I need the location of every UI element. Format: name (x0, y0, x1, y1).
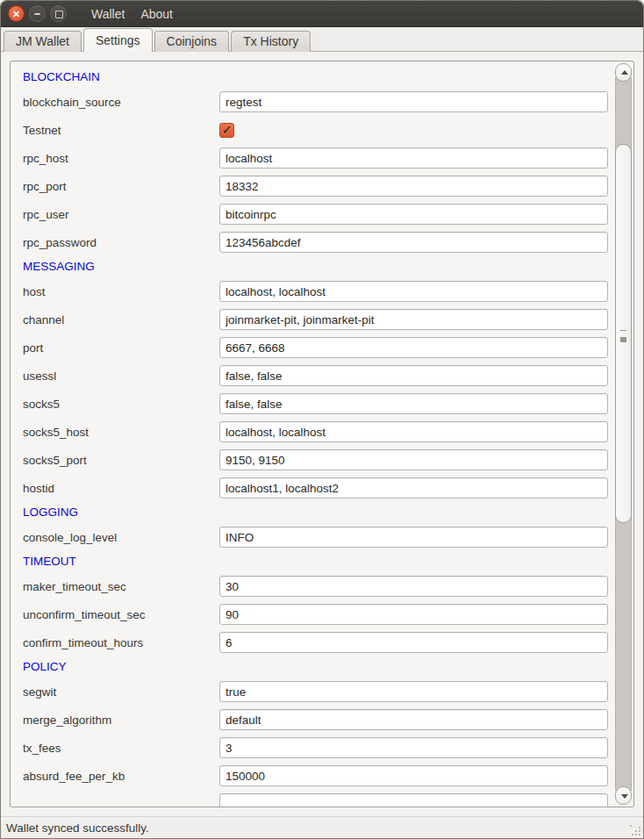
segwit-input[interactable] (219, 681, 608, 702)
field-row-socks5-host: socks5_host (23, 421, 612, 442)
rpc-user-input[interactable] (219, 204, 608, 225)
port-input[interactable] (219, 337, 608, 358)
tab-coinjoins[interactable]: Coinjoins (154, 31, 230, 52)
settings-pane: BLOCKCHAIN blockchain_source Testnet rpc… (1, 52, 643, 816)
field-row-socks5-port: socks5_port (23, 449, 612, 470)
field-row-rpc-host: rpc_host (23, 147, 612, 169)
socks5-host-input[interactable] (219, 421, 608, 442)
tx-fees-input[interactable] (219, 737, 608, 758)
field-row-rpc-user: rpc_user (23, 204, 612, 225)
maker-timeout-sec-input[interactable] (219, 576, 608, 597)
grip-lines-icon (620, 330, 626, 337)
rpc-port-input[interactable] (219, 176, 608, 197)
socks5-input[interactable] (219, 393, 608, 414)
field-label: port (23, 341, 219, 355)
field-row-socks5: socks5 (23, 393, 612, 414)
field-label: rpc_port (23, 180, 219, 193)
field-row-blockchain-source: blockchain_source (23, 91, 612, 112)
field-label: Testnet (23, 124, 219, 137)
field-label: merge_algorithm (23, 714, 219, 727)
channel-input[interactable] (219, 309, 608, 330)
field-row-console-log-level: console_log_level (23, 527, 612, 548)
console-log-level-input[interactable] (219, 527, 608, 548)
settings-form: BLOCKCHAIN blockchain_source Testnet rpc… (11, 61, 612, 807)
field-row-hostid: hostid (23, 477, 612, 498)
field-label: rpc_host (23, 152, 219, 165)
field-label: tx_fees (23, 742, 219, 755)
field-label: rpc_user (23, 208, 219, 221)
titlebar: Wallet About (1, 1, 643, 27)
field-label: socks5_host (23, 426, 219, 439)
field-label: unconfirm_timeout_sec (23, 608, 219, 621)
section-header-logging: LOGGING (23, 506, 612, 520)
field-row-segwit: segwit (23, 681, 612, 702)
socks5-port-input[interactable] (219, 449, 608, 470)
rpc-password-input[interactable] (219, 232, 608, 253)
field-row-unconfirm-timeout-sec: unconfirm_timeout_sec (23, 604, 612, 625)
field-row-clipped (23, 793, 612, 807)
field-row-merge-algorithm: merge_algorithm (23, 709, 612, 730)
vertical-scrollbar (615, 63, 632, 805)
field-row-port: port (23, 337, 612, 358)
field-label: absurd_fee_per_kb (23, 770, 219, 783)
section-header-blockchain: BLOCKCHAIN (23, 70, 612, 84)
field-label: rpc_password (23, 236, 219, 249)
field-row-host: host (23, 281, 612, 302)
field-row-maker-timeout-sec: maker_timeout_sec (23, 576, 612, 597)
host-input[interactable] (219, 281, 608, 302)
merge-algorithm-input[interactable] (219, 709, 608, 730)
field-label: segwit (23, 685, 219, 699)
field-label: socks5_port (23, 454, 219, 467)
resize-grip-icon[interactable] (629, 824, 640, 835)
clipped-input[interactable] (219, 793, 608, 807)
blockchain-source-input[interactable] (219, 91, 608, 112)
usessl-input[interactable] (219, 365, 608, 386)
tab-jm-wallet[interactable]: JM Wallet (4, 31, 82, 52)
field-row-absurd-fee-per-kb: absurd_fee_per_kb (23, 765, 612, 786)
field-label: console_log_level (23, 531, 219, 544)
field-label: hostid (23, 482, 219, 495)
field-label: usessl (23, 369, 219, 383)
menu-item-about[interactable]: About (132, 4, 181, 25)
menubar: Wallet About (83, 4, 181, 25)
tab-tx-history[interactable]: Tx History (231, 31, 311, 52)
app-window: Wallet About JM Wallet Settings Coinjoin… (0, 0, 644, 839)
section-header-policy: POLICY (23, 660, 612, 674)
hostid-input[interactable] (219, 477, 608, 498)
scrollbar-thumb[interactable] (615, 144, 632, 523)
absurd-fee-per-kb-input[interactable] (219, 765, 608, 786)
settings-scroll-area: BLOCKCHAIN blockchain_source Testnet rpc… (10, 61, 634, 807)
section-header-messaging: MESSAGING (23, 260, 612, 274)
rpc-host-input[interactable] (219, 147, 608, 169)
maximize-button[interactable] (50, 5, 67, 22)
tab-settings[interactable]: Settings (83, 28, 153, 52)
minimize-button[interactable] (29, 5, 46, 22)
testnet-checkbox[interactable] (219, 123, 234, 138)
scroll-up-button[interactable] (615, 63, 632, 82)
status-message: Wallet synced successfully. (6, 821, 149, 835)
field-label: blockchain_source (23, 96, 219, 109)
field-row-rpc-port: rpc_port (23, 176, 612, 197)
field-label: socks5 (23, 398, 219, 411)
field-row-usessl: usessl (23, 365, 612, 386)
field-row-confirm-timeout-hours: confirm_timeout_hours (23, 632, 612, 653)
scroll-down-button[interactable] (615, 786, 632, 805)
section-header-timeout: TIMEOUT (23, 555, 612, 569)
field-row-tx-fees: tx_fees (23, 737, 612, 758)
field-label: confirm_timeout_hours (23, 636, 219, 649)
statusbar: Wallet synced successfully. (1, 816, 643, 838)
field-row-testnet: Testnet (23, 119, 612, 140)
close-button[interactable] (8, 5, 25, 22)
field-label: host (23, 285, 219, 298)
field-label: maker_timeout_sec (23, 580, 219, 593)
tabbar: JM Wallet Settings Coinjoins Tx History (1, 27, 643, 52)
unconfirm-timeout-sec-input[interactable] (219, 604, 608, 625)
field-row-rpc-password: rpc_password (23, 232, 612, 253)
field-label: channel (23, 313, 219, 326)
confirm-timeout-hours-input[interactable] (219, 632, 608, 653)
menu-item-wallet[interactable]: Wallet (83, 4, 132, 25)
field-row-channel: channel (23, 309, 612, 330)
